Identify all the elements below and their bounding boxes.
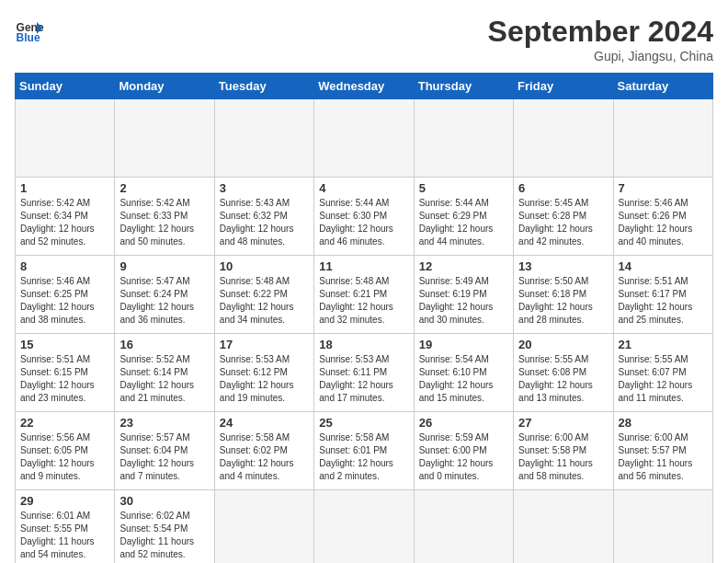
cell-details: Sunrise: 5:54 AMSunset: 6:10 PMDaylight:… [419, 353, 508, 405]
cell-details: Sunrise: 5:58 AMSunset: 6:02 PMDaylight:… [220, 431, 309, 483]
day-number: 29 [20, 494, 109, 508]
calendar-week-4: 22Sunrise: 5:56 AMSunset: 6:05 PMDayligh… [16, 412, 713, 490]
cell-details: Sunrise: 6:00 AMSunset: 5:58 PMDaylight:… [518, 431, 608, 483]
day-number: 24 [220, 416, 309, 430]
cell-details: Sunrise: 5:42 AMSunset: 6:34 PMDaylight:… [20, 197, 109, 248]
day-number: 2 [119, 181, 209, 195]
calendar-cell [613, 490, 712, 564]
calendar-cell: 26Sunrise: 5:59 AMSunset: 6:00 PMDayligh… [414, 412, 513, 490]
calendar-cell: 13Sunrise: 5:50 AMSunset: 6:18 PMDayligh… [514, 256, 613, 334]
cell-details: Sunrise: 5:46 AMSunset: 6:26 PMDaylight:… [619, 197, 708, 248]
calendar-week-3: 15Sunrise: 5:51 AMSunset: 6:15 PMDayligh… [16, 334, 713, 412]
calendar-cell: 15Sunrise: 5:51 AMSunset: 6:15 PMDayligh… [16, 334, 115, 412]
calendar-cell: 30Sunrise: 6:02 AMSunset: 5:54 PMDayligh… [115, 490, 214, 564]
title-block: September 2024 Gupi, Jiangsu, China [488, 15, 713, 63]
cell-details: Sunrise: 5:56 AMSunset: 6:05 PMDaylight:… [20, 431, 109, 483]
calendar-cell [115, 99, 214, 178]
day-number: 14 [619, 259, 708, 273]
cell-details: Sunrise: 5:57 AMSunset: 6:04 PMDaylight:… [119, 431, 209, 483]
cell-details: Sunrise: 6:00 AMSunset: 5:57 PMDaylight:… [619, 431, 708, 483]
page-header: General Blue September 2024 Gupi, Jiangs… [15, 15, 713, 63]
cell-details: Sunrise: 5:55 AMSunset: 6:07 PMDaylight:… [619, 353, 708, 405]
day-number: 19 [419, 338, 508, 351]
calendar-cell: 5Sunrise: 5:44 AMSunset: 6:29 PMDaylight… [414, 178, 513, 256]
calendar-cell: 21Sunrise: 5:55 AMSunset: 6:07 PMDayligh… [613, 334, 712, 412]
calendar-cell: 11Sunrise: 5:48 AMSunset: 6:21 PMDayligh… [314, 256, 414, 334]
logo-icon: General Blue [15, 15, 44, 44]
day-number: 27 [518, 416, 608, 430]
day-number: 7 [619, 181, 708, 195]
cell-details: Sunrise: 5:59 AMSunset: 6:00 PMDaylight:… [419, 431, 508, 483]
calendar-cell [613, 99, 712, 178]
day-number: 20 [518, 338, 608, 351]
calendar-cell: 12Sunrise: 5:49 AMSunset: 6:19 PMDayligh… [414, 256, 513, 334]
cell-details: Sunrise: 5:43 AMSunset: 6:32 PMDaylight:… [220, 197, 309, 248]
weekday-header-friday: Friday [514, 74, 613, 99]
calendar-cell [514, 490, 613, 564]
day-number: 16 [119, 338, 209, 351]
weekday-header-wednesday: Wednesday [314, 74, 414, 99]
cell-details: Sunrise: 5:48 AMSunset: 6:22 PMDaylight:… [220, 275, 309, 327]
calendar-cell: 29Sunrise: 6:01 AMSunset: 5:55 PMDayligh… [16, 490, 115, 564]
weekday-header-tuesday: Tuesday [214, 74, 313, 99]
calendar-cell [514, 99, 613, 178]
day-number: 15 [20, 338, 109, 351]
cell-details: Sunrise: 5:53 AMSunset: 6:11 PMDaylight:… [319, 353, 408, 405]
day-number: 30 [119, 494, 209, 508]
cell-details: Sunrise: 6:02 AMSunset: 5:54 PMDaylight:… [119, 510, 209, 561]
day-number: 25 [319, 416, 408, 430]
calendar-cell [414, 490, 513, 564]
weekday-header-saturday: Saturday [613, 74, 712, 99]
cell-details: Sunrise: 5:58 AMSunset: 6:01 PMDaylight:… [319, 431, 408, 483]
calendar-cell: 4Sunrise: 5:44 AMSunset: 6:30 PMDaylight… [314, 178, 414, 256]
day-number: 8 [20, 259, 109, 273]
calendar-cell: 19Sunrise: 5:54 AMSunset: 6:10 PMDayligh… [414, 334, 513, 412]
calendar-cell: 7Sunrise: 5:46 AMSunset: 6:26 PMDaylight… [613, 178, 712, 256]
month-title: September 2024 [488, 15, 713, 49]
cell-details: Sunrise: 5:51 AMSunset: 6:15 PMDaylight:… [20, 353, 109, 405]
calendar-cell [414, 99, 513, 178]
day-number: 18 [319, 338, 408, 351]
cell-details: Sunrise: 5:44 AMSunset: 6:30 PMDaylight:… [319, 197, 408, 248]
cell-details: Sunrise: 5:55 AMSunset: 6:08 PMDaylight:… [518, 353, 608, 405]
day-number: 23 [119, 416, 209, 430]
day-number: 17 [220, 338, 309, 351]
calendar-cell: 24Sunrise: 5:58 AMSunset: 6:02 PMDayligh… [214, 412, 313, 490]
day-number: 6 [518, 181, 608, 195]
weekday-header-sunday: Sunday [16, 74, 115, 99]
day-number: 13 [518, 259, 608, 273]
logo: General Blue [15, 15, 44, 44]
cell-details: Sunrise: 6:01 AMSunset: 5:55 PMDaylight:… [20, 510, 109, 561]
day-number: 28 [619, 416, 708, 430]
calendar-cell: 18Sunrise: 5:53 AMSunset: 6:11 PMDayligh… [314, 334, 414, 412]
calendar-cell [214, 99, 313, 178]
day-number: 12 [419, 259, 508, 273]
calendar-cell: 17Sunrise: 5:53 AMSunset: 6:12 PMDayligh… [214, 334, 313, 412]
calendar-cell: 14Sunrise: 5:51 AMSunset: 6:17 PMDayligh… [613, 256, 712, 334]
calendar-week-2: 8Sunrise: 5:46 AMSunset: 6:25 PMDaylight… [16, 256, 713, 334]
cell-details: Sunrise: 5:52 AMSunset: 6:14 PMDaylight:… [119, 353, 209, 405]
day-number: 26 [419, 416, 508, 430]
calendar-cell [314, 99, 414, 178]
day-number: 22 [20, 416, 109, 430]
day-number: 3 [220, 181, 309, 195]
cell-details: Sunrise: 5:42 AMSunset: 6:33 PMDaylight:… [119, 197, 209, 248]
calendar-week-0 [16, 99, 713, 178]
day-number: 1 [20, 181, 109, 195]
calendar-cell: 20Sunrise: 5:55 AMSunset: 6:08 PMDayligh… [514, 334, 613, 412]
calendar-cell: 27Sunrise: 6:00 AMSunset: 5:58 PMDayligh… [514, 412, 613, 490]
cell-details: Sunrise: 5:49 AMSunset: 6:19 PMDaylight:… [419, 275, 508, 327]
calendar-cell: 2Sunrise: 5:42 AMSunset: 6:33 PMDaylight… [115, 178, 214, 256]
calendar-cell: 1Sunrise: 5:42 AMSunset: 6:34 PMDaylight… [16, 178, 115, 256]
calendar-cell [214, 490, 313, 564]
calendar-cell [16, 99, 115, 178]
day-number: 11 [319, 259, 408, 273]
location: Gupi, Jiangsu, China [488, 49, 713, 63]
calendar-cell: 28Sunrise: 6:00 AMSunset: 5:57 PMDayligh… [613, 412, 712, 490]
calendar-week-5: 29Sunrise: 6:01 AMSunset: 5:55 PMDayligh… [16, 490, 713, 564]
calendar-cell: 6Sunrise: 5:45 AMSunset: 6:28 PMDaylight… [514, 178, 613, 256]
cell-details: Sunrise: 5:47 AMSunset: 6:24 PMDaylight:… [119, 275, 209, 327]
cell-details: Sunrise: 5:46 AMSunset: 6:25 PMDaylight:… [20, 275, 109, 327]
calendar-table: SundayMondayTuesdayWednesdayThursdayFrid… [15, 73, 713, 563]
weekday-header-row: SundayMondayTuesdayWednesdayThursdayFrid… [16, 74, 713, 99]
